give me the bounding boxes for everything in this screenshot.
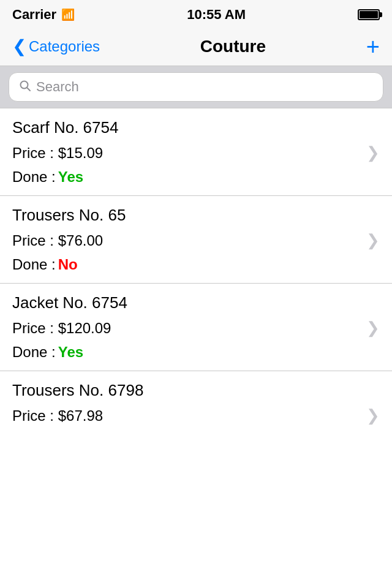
- item-name: Trousers No. 6798: [12, 381, 380, 400]
- battery-fill: [360, 11, 378, 18]
- item-price: Price : $120.09: [12, 320, 111, 337]
- list-item[interactable]: Trousers No. 65 Price : $76.00 ❯ Done : …: [0, 196, 392, 284]
- item-price: Price : $67.98: [12, 407, 103, 424]
- search-icon: [19, 80, 31, 95]
- item-done-row: Done : Yes: [12, 344, 380, 361]
- list-item[interactable]: Scarf No. 6754 Price : $15.09 ❯ Done : Y…: [0, 108, 392, 196]
- chevron-right-icon: ❯: [366, 231, 380, 250]
- chevron-right-icon: ❯: [366, 406, 380, 425]
- item-done-value: Yes: [58, 168, 83, 186]
- search-bar: [9, 72, 383, 102]
- search-input[interactable]: [36, 79, 373, 95]
- item-price-row: Price : $76.00 ❯: [12, 231, 380, 250]
- page-title: Couture: [200, 37, 266, 56]
- status-time: 10:55 AM: [187, 7, 246, 23]
- item-price: Price : $15.09: [12, 145, 103, 162]
- item-price: Price : $76.00: [12, 232, 103, 249]
- item-list: Scarf No. 6754 Price : $15.09 ❯ Done : Y…: [0, 108, 392, 425]
- back-button[interactable]: ❮ Categories: [12, 38, 100, 55]
- list-item[interactable]: Jacket No. 6754 Price : $120.09 ❯ Done :…: [0, 284, 392, 371]
- item-done-label: Done :: [12, 168, 56, 186]
- item-price-row: Price : $120.09 ❯: [12, 318, 380, 337]
- item-price-row: Price : $15.09 ❯: [12, 143, 380, 162]
- back-chevron-icon: ❮: [12, 38, 26, 55]
- nav-bar: ❮ Categories Couture +: [0, 27, 392, 66]
- item-done-row: Done : Yes: [12, 168, 380, 186]
- status-battery: [358, 9, 380, 20]
- status-bar: Carrier 📶 10:55 AM: [0, 0, 392, 27]
- back-label: Categories: [29, 38, 100, 55]
- add-button[interactable]: +: [366, 35, 380, 58]
- chevron-right-icon: ❯: [366, 318, 380, 337]
- item-done-value: Yes: [58, 344, 83, 361]
- chevron-right-icon: ❯: [366, 143, 380, 162]
- wifi-icon: 📶: [61, 8, 75, 21]
- item-name: Scarf No. 6754: [12, 118, 380, 137]
- battery-icon: [358, 9, 380, 20]
- item-done-label: Done :: [12, 344, 56, 361]
- search-bar-container: [0, 66, 392, 108]
- list-item[interactable]: Trousers No. 6798 Price : $67.98 ❯: [0, 371, 392, 425]
- item-done-value: No: [58, 256, 78, 273]
- status-carrier: Carrier 📶: [12, 7, 75, 23]
- item-name: Trousers No. 65: [12, 206, 380, 225]
- item-price-row: Price : $67.98 ❯: [12, 406, 380, 425]
- item-done-label: Done :: [12, 256, 56, 273]
- carrier-text: Carrier: [12, 7, 56, 23]
- item-done-row: Done : No: [12, 256, 380, 273]
- svg-line-1: [27, 88, 30, 91]
- item-name: Jacket No. 6754: [12, 293, 380, 312]
